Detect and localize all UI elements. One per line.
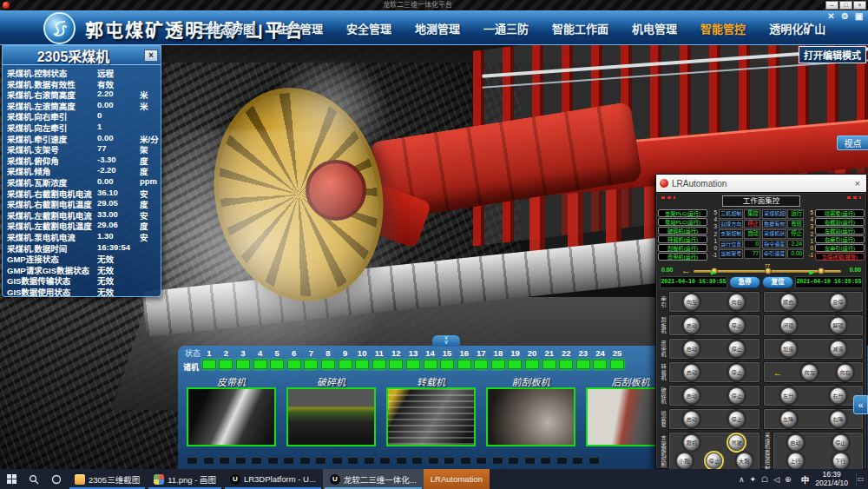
taskbar-clock[interactable]: 16:39 2021/4/10 <box>815 471 848 487</box>
nav-item[interactable]: 机电管理 <box>632 20 677 36</box>
channel-cell[interactable]: 14 <box>422 348 439 369</box>
channel-cell[interactable]: 5 <box>268 348 286 369</box>
nav-item[interactable]: 三维态势图 <box>198 20 254 36</box>
camera-feed[interactable]: 前刮板机 <box>486 374 575 446</box>
nav-item[interactable]: 智能管控 <box>700 20 746 36</box>
status-pill-button[interactable]: 左牵引(运行) <box>815 244 865 252</box>
close-button[interactable]: × <box>853 1 866 10</box>
status-pill-button[interactable]: 支架PLC(运行) <box>658 209 707 217</box>
channel-cell[interactable]: 25 <box>608 348 626 369</box>
status-pill-button[interactable]: 破碎机(运行) <box>658 227 707 235</box>
taskbar-app-folder[interactable]: 2305三维截图 <box>68 469 147 489</box>
inactive-channel-square[interactable] <box>572 457 583 465</box>
inactive-channel-square[interactable] <box>235 457 247 465</box>
status-pill-button[interactable]: 刮板机(运行) <box>658 244 707 252</box>
inactive-channel-square[interactable] <box>379 457 391 465</box>
slider-knob[interactable] <box>765 268 772 274</box>
camera-feed[interactable]: 破碎机 <box>286 374 376 446</box>
channel-cell[interactable]: 21 <box>541 348 558 369</box>
slider-knob[interactable] <box>818 268 825 274</box>
settings-gear-icon[interactable]: ⚙ <box>839 11 851 21</box>
inactive-channel-square[interactable] <box>476 457 487 465</box>
round-button[interactable]: 向右 <box>728 294 745 310</box>
reset-button[interactable]: 复位 <box>762 276 793 288</box>
channel-cell[interactable]: 12 <box>388 348 405 369</box>
inactive-channel-square[interactable] <box>283 457 294 465</box>
strip-collapse-tab[interactable]: ∨ ∨ <box>432 335 460 347</box>
channel-cell[interactable]: 3 <box>234 348 252 369</box>
panel-close-icon[interactable]: × <box>144 50 158 62</box>
status-pill-button[interactable]: 右截割(运行) <box>815 218 865 226</box>
round-button[interactable]: 右升 <box>830 387 846 404</box>
maximize-button[interactable]: □ <box>839 1 852 10</box>
round-button[interactable]: 闭锁 <box>780 317 797 334</box>
round-button[interactable]: 停止 <box>728 387 745 404</box>
inactive-channel-square[interactable] <box>332 457 343 465</box>
round-button[interactable]: 启动 <box>683 340 700 357</box>
channel-cell[interactable]: 13 <box>404 348 422 369</box>
inactive-channel-square[interactable] <box>299 457 311 465</box>
lr-titlebar[interactable]: LRAutomation × <box>656 175 866 192</box>
inactive-channel-square[interactable] <box>251 457 262 465</box>
inactive-channel-square[interactable] <box>267 457 279 465</box>
nav-item[interactable]: 地测管理 <box>415 20 460 36</box>
nav-item[interactable]: 一通三防 <box>483 20 529 36</box>
inactive-channel-square[interactable] <box>444 457 455 465</box>
nav-item[interactable]: 透明化矿山 <box>769 20 825 36</box>
round-button[interactable]: 左降 <box>780 411 797 427</box>
channel-cell[interactable]: 20 <box>523 348 541 369</box>
network-icon[interactable]: ⊕ <box>785 475 792 484</box>
round-button[interactable]: 启动 <box>683 387 700 404</box>
status-pill-button[interactable]: 泵站PLC(运行) <box>658 218 707 226</box>
defender-icon[interactable]: ☖ <box>761 475 768 484</box>
channel-cell[interactable]: 19 <box>507 348 524 369</box>
inactive-channel-square[interactable] <box>187 457 198 465</box>
taskbar-app-unreal[interactable]: U龙软二三维一体化... <box>323 469 424 489</box>
status-pill-button[interactable]: 喷雾泵(运行) <box>815 209 865 217</box>
tools-icon[interactable]: ✕ <box>825 11 837 21</box>
channel-cell[interactable]: 23 <box>575 348 592 369</box>
channel-cell[interactable]: 2 <box>218 348 235 369</box>
channel-cell[interactable]: 9 <box>337 348 354 369</box>
channel-cell[interactable]: 16 <box>456 348 473 369</box>
channel-cell[interactable]: 15 <box>438 348 456 369</box>
round-button[interactable]: 停止 <box>728 340 745 357</box>
status-pill-button[interactable]: 左截割(运行) <box>815 227 865 235</box>
channel-cell[interactable]: 24 <box>592 348 609 369</box>
round-button[interactable]: 停止 <box>728 364 745 380</box>
channel-cell[interactable]: 17 <box>473 348 490 369</box>
open-edit-mode-button[interactable]: 打开编辑模式 <box>799 46 866 63</box>
camera-feed[interactable]: 转载机 <box>386 374 476 446</box>
camera-feed[interactable]: 皮带机 <box>187 374 276 446</box>
camera-thumbnail[interactable] <box>286 387 376 446</box>
camera-thumbnail[interactable] <box>486 387 575 446</box>
round-button[interactable]: 启动 <box>683 411 700 427</box>
round-button[interactable]: 下行 <box>832 453 849 469</box>
inactive-channel-square[interactable] <box>508 457 519 465</box>
inactive-channel-square[interactable] <box>492 457 503 465</box>
round-button[interactable]: 向左 <box>801 364 818 380</box>
round-button[interactable]: 停止 <box>706 453 722 469</box>
round-button[interactable]: 上行 <box>787 453 804 469</box>
round-button[interactable]: 启动 <box>787 434 804 451</box>
emergency-stop-button[interactable]: 急停 <box>729 276 760 288</box>
position-slider[interactable]: 77 <box>694 266 841 274</box>
status-pill-button[interactable]: 右牵引(运行) <box>815 235 865 243</box>
round-button[interactable]: 总停 <box>830 294 846 310</box>
search-button[interactable] <box>23 469 45 489</box>
inactive-channel-square[interactable] <box>540 457 551 465</box>
round-button[interactable]: 解锁 <box>830 317 846 334</box>
channel-cell[interactable]: 22 <box>557 348 575 369</box>
channel-cell[interactable]: 6 <box>286 348 303 369</box>
round-button[interactable]: 停止 <box>728 317 745 334</box>
round-button[interactable]: 加速 <box>780 340 797 357</box>
taskbar-app-paint[interactable]: 11.png - 画图 <box>147 469 223 489</box>
round-button[interactable]: 启动 <box>683 317 700 334</box>
channel-cell[interactable]: 7 <box>303 348 320 369</box>
round-button[interactable]: 启动 <box>683 364 700 380</box>
round-button[interactable]: 向右 <box>837 364 853 380</box>
start-button[interactable] <box>0 469 23 489</box>
channel-cell[interactable]: 8 <box>319 348 337 369</box>
inactive-channel-square[interactable] <box>347 457 358 465</box>
channel-cell[interactable]: 18 <box>490 348 507 369</box>
